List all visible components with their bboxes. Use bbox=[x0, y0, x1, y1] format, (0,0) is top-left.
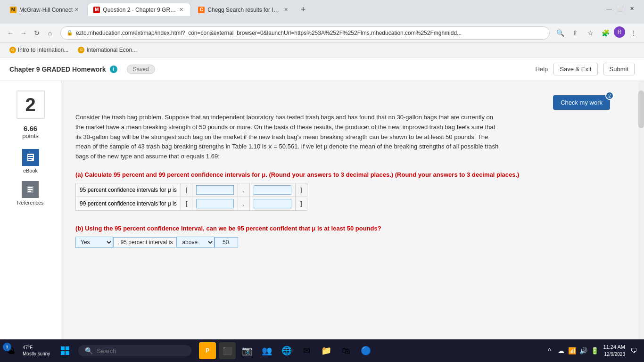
bookmark-2[interactable]: G International Econ... bbox=[74, 45, 140, 55]
ci-bracket-close-95: ] bbox=[295, 183, 307, 197]
submit-button[interactable]: Submit bbox=[603, 63, 635, 75]
start-button[interactable] bbox=[56, 341, 74, 360]
tab-3-close[interactable]: ✕ bbox=[282, 6, 289, 14]
help-button[interactable]: Help bbox=[536, 66, 548, 73]
content-area: 2 6.66 points eBook References bbox=[0, 81, 644, 346]
home-button[interactable]: ⌂ bbox=[43, 26, 57, 40]
svg-rect-5 bbox=[28, 187, 33, 188]
forward-button[interactable]: → bbox=[17, 26, 30, 40]
ci-95-lower-cell bbox=[192, 183, 238, 197]
weather-widget[interactable]: 1 🌤 47°F Mostly sunny bbox=[6, 345, 50, 357]
svg-rect-9 bbox=[66, 346, 69, 350]
taskbar-app-explorer[interactable]: 📁 bbox=[318, 342, 335, 359]
svg-rect-6 bbox=[28, 189, 33, 190]
above-below-select[interactable]: above below bbox=[177, 237, 215, 248]
system-tray: ^ ☁ 📶 🔊 🔋 11:24 AM 12/9/2023 🗨 bbox=[545, 344, 638, 357]
ci-bracket-open-99: [ bbox=[181, 197, 192, 210]
app-header: Chapter 9 GRADED Homework i Saved Help S… bbox=[0, 58, 644, 81]
weather-icon-wrap: 1 🌤 bbox=[6, 346, 20, 356]
tray-icons: ^ ☁ 📶 🔊 🔋 bbox=[545, 346, 600, 355]
ci-95-lower-input[interactable] bbox=[196, 185, 234, 195]
browser-tab-1[interactable]: M McGraw-Hill Connect ✕ bbox=[4, 3, 86, 16]
taskbar-app-store[interactable]: 🛍 bbox=[338, 342, 355, 359]
question-text: Consider the trash bag problem. Suppose … bbox=[75, 113, 500, 162]
points-info: 6.66 points bbox=[22, 124, 39, 140]
clock-time: 11:24 AM bbox=[603, 344, 625, 351]
maximize-button[interactable]: ⬜ bbox=[616, 4, 625, 13]
tray-battery-icon[interactable]: 🔋 bbox=[590, 346, 600, 355]
part-b-label: (b) Using the 95 percent confidence inte… bbox=[75, 225, 624, 232]
share-icon[interactable]: ⇧ bbox=[569, 26, 582, 40]
svg-rect-7 bbox=[28, 191, 31, 192]
bookmark-2-icon: G bbox=[78, 47, 84, 53]
browser-tab-2[interactable]: M Question 2 - Chapter 9 GRADE... ✕ bbox=[87, 3, 191, 16]
tab-1-label: McGraw-Hill Connect bbox=[19, 7, 73, 13]
bookmark-1-label: Intro to Internation... bbox=[18, 47, 68, 53]
scrollbar[interactable] bbox=[638, 81, 644, 346]
ebook-label: eBook bbox=[23, 168, 38, 173]
tray-volume-icon[interactable]: 🔊 bbox=[579, 346, 588, 355]
taskbar-app-chrome[interactable]: 🔵 bbox=[357, 342, 374, 359]
tab-2-close[interactable]: ✕ bbox=[177, 6, 185, 14]
ebook-tool[interactable]: eBook bbox=[22, 149, 39, 173]
temperature: 47°F bbox=[23, 345, 50, 351]
ci-99-lower-input[interactable] bbox=[196, 199, 234, 208]
scroll-thumb[interactable] bbox=[638, 90, 644, 128]
taskbar-app-edge[interactable]: 🌐 bbox=[278, 342, 295, 359]
tray-wifi-icon[interactable]: 📶 bbox=[568, 346, 577, 355]
check-my-work-button[interactable]: Check my work 2 bbox=[553, 95, 610, 110]
taskbar-app-camera[interactable]: 📷 bbox=[239, 342, 256, 359]
menu-icon[interactable]: ⋮ bbox=[627, 26, 640, 40]
svg-rect-10 bbox=[61, 351, 65, 355]
ci-bracket-open-95: [ bbox=[181, 183, 192, 197]
references-icon bbox=[22, 181, 39, 198]
taskbar-app-teams[interactable]: 👥 bbox=[258, 342, 275, 359]
save-exit-button[interactable]: Save & Exit bbox=[553, 63, 597, 75]
part-a-label: (a) Calculate 95 percent and 99 percent … bbox=[75, 171, 624, 178]
question-number: 2 bbox=[17, 90, 45, 119]
profile-icon[interactable]: R bbox=[614, 26, 625, 38]
tray-cloud-icon[interactable]: ☁ bbox=[556, 346, 566, 355]
answer-value: 50. bbox=[215, 237, 238, 247]
svg-rect-11 bbox=[66, 351, 69, 355]
points-value: 6.66 bbox=[22, 124, 39, 132]
tab-1-close[interactable]: ✕ bbox=[73, 6, 80, 14]
taskbar-app-terminal[interactable]: ⬛ bbox=[219, 342, 236, 359]
ci-99-label: 99 percent confidence intervals for μ is bbox=[76, 197, 181, 210]
new-tab-button[interactable]: + bbox=[297, 3, 310, 16]
notification-center-icon[interactable]: 🗨 bbox=[629, 346, 638, 355]
search-icon[interactable]: 🔍 bbox=[553, 26, 567, 40]
minimize-button[interactable]: — bbox=[604, 4, 614, 13]
bookmarks-bar: G Intro to Internation... G Internationa… bbox=[0, 42, 644, 58]
info-badge[interactable]: i bbox=[110, 66, 117, 73]
tab-2-label: Question 2 - Chapter 9 GRADE... bbox=[103, 7, 177, 13]
address-bar[interactable]: 🔒 ezto.mheducation.com/ext/map/index.htm… bbox=[60, 26, 550, 40]
yes-no-select[interactable]: Yes No bbox=[75, 237, 113, 248]
taskbar-app-mail[interactable]: ✉ bbox=[298, 342, 315, 359]
browser-tab-3[interactable]: C Chegg Search results for In an a... ✕ bbox=[192, 3, 296, 16]
tab-3-icon: C bbox=[198, 7, 205, 13]
reload-button[interactable]: ↻ bbox=[30, 26, 43, 40]
clock[interactable]: 11:24 AM 12/9/2023 bbox=[603, 344, 625, 357]
references-tool[interactable]: References bbox=[17, 181, 43, 206]
clock-date: 12/9/2023 bbox=[603, 351, 625, 358]
ci-95-upper-input[interactable] bbox=[254, 185, 291, 195]
extension-icon[interactable]: 🧩 bbox=[599, 26, 612, 40]
sidebar: 2 6.66 points eBook References bbox=[0, 81, 61, 346]
address-text: ezto.mheducation.com/ext/map/index.html?… bbox=[76, 30, 544, 36]
search-bar[interactable]: 🔍 bbox=[78, 345, 191, 356]
bookmark-icon[interactable]: ☆ bbox=[584, 26, 597, 40]
search-input[interactable] bbox=[97, 347, 172, 354]
ci-99-upper-input[interactable] bbox=[254, 199, 291, 208]
taskbar-app-presets[interactable]: P bbox=[199, 342, 216, 359]
ci-bracket-close-99: ] bbox=[295, 197, 307, 210]
saved-badge: Saved bbox=[127, 65, 155, 74]
page-title: Chapter 9 GRADED Homework i bbox=[9, 66, 117, 73]
tray-chevron-icon[interactable]: ^ bbox=[545, 346, 554, 355]
close-button[interactable]: ✕ bbox=[627, 4, 636, 13]
ci-row-95: 95 percent confidence intervals for μ is… bbox=[76, 183, 307, 197]
back-button[interactable]: ← bbox=[4, 26, 17, 40]
lock-icon: 🔒 bbox=[66, 30, 73, 36]
bookmark-1[interactable]: G Intro to Internation... bbox=[6, 45, 72, 55]
points-label: points bbox=[22, 132, 39, 140]
